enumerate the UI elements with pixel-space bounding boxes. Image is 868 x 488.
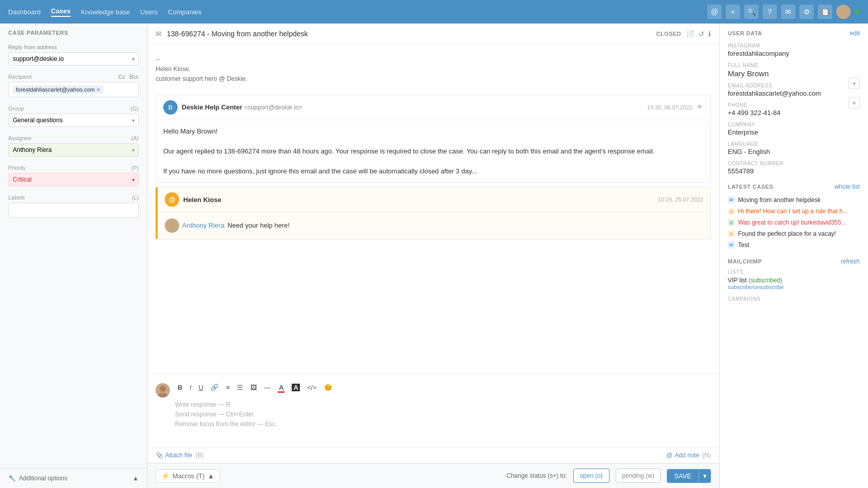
case-params-header: CASE PARAMETERS [0,24,147,40]
separator-button[interactable]: — [262,382,273,393]
editor-toolbar: B I U 🔗 ≡ ☰ 🖼 — A A </> 😊 [175,379,711,396]
mention-sender: Helen Kiose [183,196,221,204]
font-color-button[interactable]: A [275,382,287,393]
recipient-field[interactable]: forestdahliascarlet@yahoo.com ✕ [8,82,139,97]
mention-body: Anthony Riera Need your help here! [158,212,710,239]
user-data-title: USER DATA [728,30,762,36]
recipient-section: Recipient Cc Bcc forestdahliascarlet@yah… [0,70,147,101]
whole-list-link[interactable]: whole list [835,183,860,190]
search-icon[interactable]: 🔍 [744,5,758,19]
case-item-text-1: Moving from another helpdesk [738,196,860,204]
additional-options[interactable]: 🔧 Additional options ▲ [0,468,147,488]
svg-point-2 [160,386,166,392]
add-email-button[interactable]: + [849,78,860,89]
edit-user-link[interactable]: edit [850,30,860,37]
bcc-link[interactable]: Bcc [129,74,139,80]
link-button[interactable]: 🔗 [208,382,221,393]
background-color-button[interactable]: A [289,382,302,393]
pending-status-button[interactable]: pending (w) [616,469,661,483]
labels-input[interactable] [8,203,139,218]
message-sender-email: <support@deskie.io> [244,104,302,111]
mention-card-header: @ Helen Kiose 10:29, 25.07.2022 [158,187,710,212]
avatar[interactable] [836,5,851,19]
recipient-label: Recipient Cc Bcc [8,74,139,80]
clipboard-icon[interactable]: 📋 [818,5,832,19]
wrench-icon: 🔧 [8,475,16,482]
email-value: forestdahliascarlet@yahoo.com [728,90,821,97]
remove-recipient[interactable]: ✕ [96,87,100,93]
cc-link[interactable]: Cc [118,74,125,80]
help-icon[interactable]: ? [763,5,777,19]
case-item-5[interactable]: ✉ Test [728,239,860,251]
lightning-icon: ⚡ [161,472,169,480]
list-ordered-button[interactable]: ≡ [223,382,232,393]
assignee-section: Assignee (A) Anthony Riera [0,131,147,161]
emoji-button[interactable]: 😊 [321,382,335,393]
editor-content-area[interactable]: Write response — R. Send response — Ctrl… [175,396,711,447]
case-item-text-2: Hi there! How can I set up a rule that h… [738,208,860,215]
attach-file-link[interactable]: 📎 Attach file (B) [156,452,204,459]
left-panel: CASE PARAMETERS Reply from address suppo… [0,24,147,488]
message-card-deskie: D Deskie Help Center <support@deskie.io>… [156,95,711,183]
nav-cases[interactable]: Cases [51,7,71,17]
mailchimp-header: Mailchimp refresh [728,258,860,265]
right-panel: USER DATA edit INSTAGRAM forestdahliacom… [720,24,868,488]
center-panel: ✉ 138-696274 - Moving from another helpd… [147,24,720,488]
phone-row: PHONE +4 499 322-41-84 + [728,97,860,117]
case-item-icon-email-2: ✉ [728,241,735,249]
save-button[interactable]: SAVE [667,469,699,483]
priority-section: Priority (P) Critical [0,161,147,190]
case-status-badge: CLOSED [656,31,681,37]
underline-button[interactable]: U [196,382,206,393]
assignee-select[interactable]: Anthony Riera [8,143,139,157]
save-dropdown-button[interactable]: ▾ [699,469,711,483]
refresh-link[interactable]: refresh [841,258,860,265]
subscribe-unsubscribe-link[interactable]: subscribe/unsubscribe [728,284,860,290]
reply-from-select[interactable]: support@deskie.io [8,52,139,65]
image-button[interactable]: 🖼 [248,382,259,393]
mail-case-icon: ✉ [156,30,162,38]
priority-select[interactable]: Critical [8,173,139,186]
company-label: COMPANY [728,122,860,127]
bold-button[interactable]: B [175,382,185,393]
save-copy-icon[interactable]: 📄 [686,30,695,38]
eye-icon[interactable]: 👁 [697,103,703,111]
case-item-4[interactable]: ◎ Found the perfect place for a vacay! [728,228,860,239]
list-unordered-button[interactable]: ☰ [234,382,246,393]
settings-icon[interactable]: ⚙ [799,5,814,19]
nav-companies[interactable]: Companies [168,8,202,16]
case-item-2[interactable]: ◎ Hi there! How can I set up a rule that… [728,206,860,217]
case-item-3[interactable]: ◎ Was great to catch up! burkedavid355..… [728,217,860,228]
info-icon[interactable]: ℹ [708,30,711,38]
priority-label: Priority (P) [8,165,139,171]
message-time: 19:30, 08.07.2022 [647,104,692,110]
email-icon[interactable]: @ [707,5,722,19]
open-status-button[interactable]: open (o) [573,469,610,483]
contract-value: 5554789 [728,167,860,175]
history-icon[interactable]: ↺ [699,30,704,38]
italic-button[interactable]: I [187,382,194,393]
chevron-up-icon: ▲ [133,475,139,482]
editor-area: B I U 🔗 ≡ ☰ 🖼 — A A </> 😊 Write [147,373,719,463]
mention-link[interactable]: Anthony Riera [182,220,224,231]
note-icon: @ [666,452,672,459]
add-phone-button[interactable]: + [849,97,860,108]
add-note-link[interactable]: @ Add note (N) [666,452,711,459]
group-select[interactable]: General questions [8,114,139,127]
case-title: 138-696274 - Moving from another helpdes… [167,30,651,38]
nav-users[interactable]: Users [140,8,158,16]
mail-icon[interactable]: ✉ [781,5,795,19]
nav-dashboard[interactable]: Dashboard [8,8,41,16]
nav-knowledge-base[interactable]: Knowledge base [81,8,130,16]
code-button[interactable]: </> [305,382,319,393]
message-signature-block: -- Helen Kiose, customer support hero @ … [147,49,719,91]
case-item-1[interactable]: ✉ Moving from another helpdesk [728,194,860,206]
case-item-text-3: Was great to catch up! burkedavid355... [738,219,860,226]
instagram-value: forestdahliacompany [728,50,860,57]
messages-area[interactable]: -- Helen Kiose, customer support hero @ … [147,45,719,373]
add-icon[interactable]: + [726,5,740,19]
macros-button[interactable]: ⚡ Macros (T) ▲ [156,469,220,483]
contract-label: CONTRACT NUMBER [728,161,860,166]
lists-label: LISTS [728,269,860,275]
labels-section: Labels (L) [0,190,147,222]
